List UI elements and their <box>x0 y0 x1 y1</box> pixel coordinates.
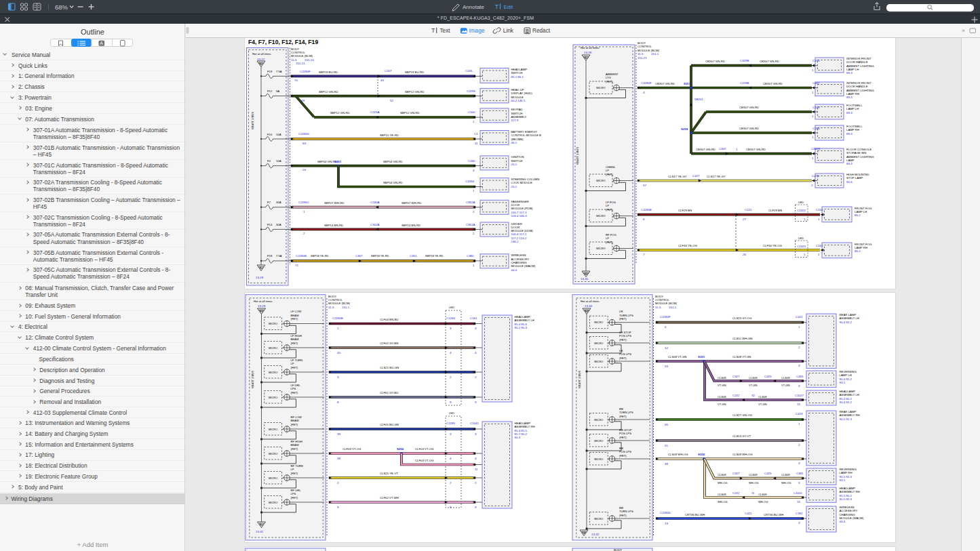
svg-text:Redact: Redact <box>532 27 551 34</box>
svg-text:68%: 68% <box>55 3 68 11</box>
svg-text:Text: Text <box>439 27 450 34</box>
svg-text:Image: Image <box>469 27 484 34</box>
svg-text:Link: Link <box>503 27 514 34</box>
svg-text:T: T <box>431 27 435 34</box>
svg-text:»: » <box>962 27 965 34</box>
svg-text:Edit: Edit <box>504 4 514 10</box>
svg-text:T: T <box>495 3 499 10</box>
svg-text:Annotate: Annotate <box>463 4 485 10</box>
